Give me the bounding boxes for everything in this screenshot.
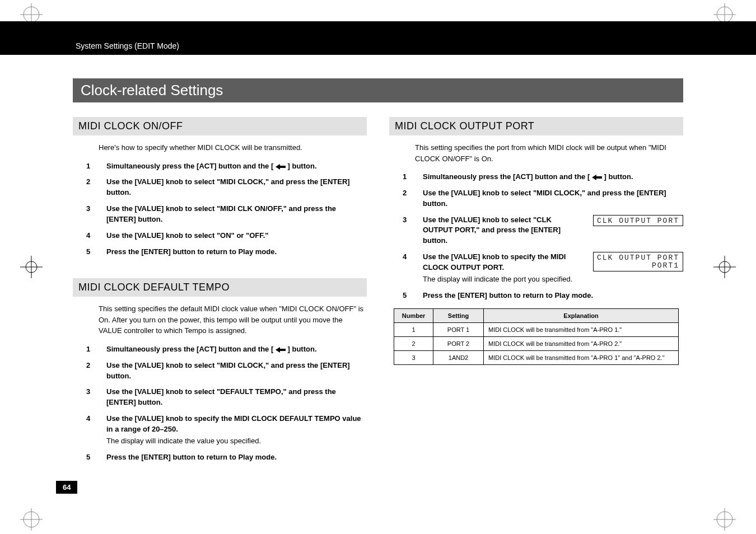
back-arrow-icon [276, 347, 286, 353]
breadcrumb: System Settings (EDIT Mode) [76, 41, 179, 50]
table-row: 3 1AND2 MIDI CLOCK will be transmitted f… [394, 351, 679, 365]
table-header: Explanation [484, 309, 679, 323]
crop-mark-icon [713, 508, 736, 531]
section-heading: MIDI CLOCK DEFAULT TEMPO [73, 278, 367, 297]
lcd-display: CLK OUTPUT PORT [593, 215, 683, 226]
step-list: Simultaneously press the [ACT] button an… [396, 172, 683, 301]
table-header: Setting [433, 309, 484, 323]
lcd-display: CLK OUTPUT PORT PORT1 [593, 252, 683, 271]
header-band: System Settings (EDIT Mode) [0, 21, 756, 55]
back-arrow-icon [276, 164, 286, 170]
section-intro: Here's how to specify whether MIDI CLOCK… [99, 142, 367, 153]
page-number: 64 [56, 481, 77, 494]
step-list: Simultaneously press the [ACT] button an… [80, 161, 367, 257]
page-title: Clock-related Settings [73, 78, 683, 102]
table-row: 2 PORT 2 MIDI CLOCK will be transmitted … [394, 337, 679, 351]
table-header: Number [394, 309, 433, 323]
section-heading: MIDI CLOCK OUTPUT PORT [389, 117, 683, 135]
section-heading: MIDI CLOCK ON/OFF [73, 117, 367, 135]
svg-marker-20 [592, 175, 602, 180]
section-intro: This setting specifies the default MIDI … [99, 303, 367, 336]
crop-mark-icon [20, 256, 43, 278]
table-row: 1 PORT 1 MIDI CLOCK will be transmitted … [394, 323, 679, 337]
svg-marker-19 [276, 347, 286, 353]
step-list: Simultaneously press the [ACT] button an… [80, 344, 367, 463]
section-intro: This setting specifies the port from whi… [415, 142, 683, 164]
crop-mark-icon [20, 508, 43, 531]
crop-mark-icon [713, 256, 736, 278]
port-table: Number Setting Explanation 1 PORT 1 MIDI… [394, 308, 679, 365]
svg-marker-18 [276, 164, 286, 170]
back-arrow-icon [592, 175, 602, 180]
